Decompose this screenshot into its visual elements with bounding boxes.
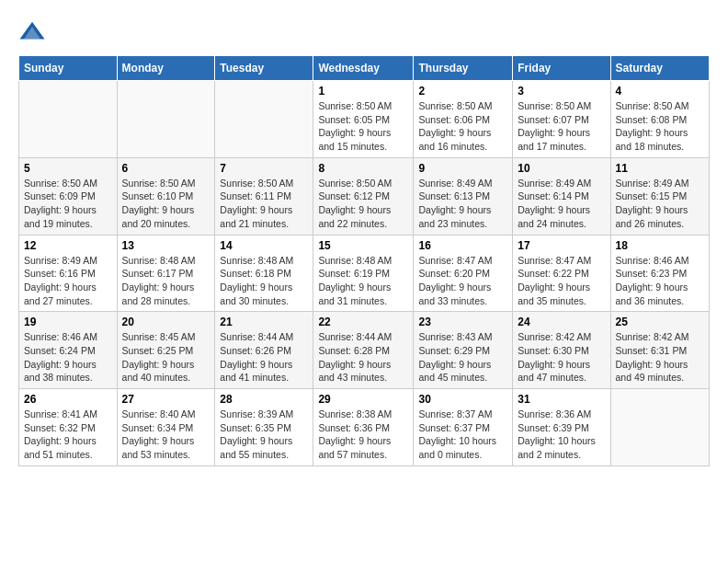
day-info: Sunrise: 8:44 AM Sunset: 6:28 PM Dayligh… [318,330,408,385]
calendar-week-row: 5Sunrise: 8:50 AM Sunset: 6:09 PM Daylig… [19,157,710,235]
day-info: Sunrise: 8:42 AM Sunset: 6:30 PM Dayligh… [518,330,605,385]
day-number: 15 [318,239,408,252]
calendar-cell: 19Sunrise: 8:46 AM Sunset: 6:24 PM Dayli… [19,312,118,389]
day-info: Sunrise: 8:43 AM Sunset: 6:29 PM Dayligh… [418,330,507,385]
calendar-cell: 25Sunrise: 8:42 AM Sunset: 6:31 PM Dayli… [610,312,710,389]
calendar-cell: 29Sunrise: 8:38 AM Sunset: 6:36 PM Dayli… [313,389,414,466]
day-number: 18 [616,239,705,252]
page-header [18,18,710,46]
calendar-cell: 7Sunrise: 8:50 AM Sunset: 6:11 PM Daylig… [215,157,313,235]
day-info: Sunrise: 8:38 AM Sunset: 6:36 PM Dayligh… [318,408,408,462]
day-number: 6 [122,162,210,175]
calendar-cell: 22Sunrise: 8:44 AM Sunset: 6:28 PM Dayli… [313,312,414,389]
calendar-cell [610,389,710,466]
day-info: Sunrise: 8:42 AM Sunset: 6:31 PM Dayligh… [616,330,705,385]
calendar-cell: 5Sunrise: 8:50 AM Sunset: 6:09 PM Daylig… [19,157,118,235]
day-number: 12 [24,239,112,252]
calendar-day-header: Saturday [610,56,710,81]
day-info: Sunrise: 8:46 AM Sunset: 6:23 PM Dayligh… [616,254,705,308]
calendar-day-header: Monday [117,56,215,81]
day-info: Sunrise: 8:49 AM Sunset: 6:15 PM Dayligh… [616,177,705,231]
calendar-cell [215,81,313,158]
calendar-cell: 14Sunrise: 8:48 AM Sunset: 6:18 PM Dayli… [215,235,313,312]
calendar-cell: 13Sunrise: 8:48 AM Sunset: 6:17 PM Dayli… [117,235,215,312]
day-number: 10 [518,162,605,175]
day-number: 5 [24,162,112,175]
calendar-week-row: 1Sunrise: 8:50 AM Sunset: 6:05 PM Daylig… [19,81,710,158]
day-number: 25 [616,316,705,328]
day-info: Sunrise: 8:50 AM Sunset: 6:05 PM Dayligh… [318,99,408,154]
calendar-table: SundayMondayTuesdayWednesdayThursdayFrid… [18,55,710,466]
day-info: Sunrise: 8:49 AM Sunset: 6:16 PM Dayligh… [24,254,112,308]
day-number: 26 [24,393,112,406]
calendar-cell: 23Sunrise: 8:43 AM Sunset: 6:29 PM Dayli… [414,312,513,389]
calendar-cell: 18Sunrise: 8:46 AM Sunset: 6:23 PM Dayli… [610,235,710,312]
day-number: 17 [518,239,605,252]
calendar-cell: 8Sunrise: 8:50 AM Sunset: 6:12 PM Daylig… [313,157,414,235]
calendar-cell: 6Sunrise: 8:50 AM Sunset: 6:10 PM Daylig… [117,157,215,235]
day-info: Sunrise: 8:48 AM Sunset: 6:17 PM Dayligh… [122,254,210,308]
day-info: Sunrise: 8:37 AM Sunset: 6:37 PM Dayligh… [418,408,507,462]
calendar-cell: 10Sunrise: 8:49 AM Sunset: 6:14 PM Dayli… [513,157,610,235]
calendar-cell: 31Sunrise: 8:36 AM Sunset: 6:39 PM Dayli… [513,389,610,466]
calendar-day-header: Sunday [19,56,118,81]
calendar-day-header: Wednesday [313,56,414,81]
day-info: Sunrise: 8:47 AM Sunset: 6:22 PM Dayligh… [518,254,605,308]
day-number: 28 [220,393,308,406]
day-info: Sunrise: 8:50 AM Sunset: 6:06 PM Dayligh… [418,99,507,154]
day-number: 9 [418,162,507,175]
calendar-cell: 3Sunrise: 8:50 AM Sunset: 6:07 PM Daylig… [513,81,610,158]
day-number: 30 [418,393,507,406]
day-info: Sunrise: 8:50 AM Sunset: 6:08 PM Dayligh… [616,99,705,154]
day-number: 11 [616,162,705,175]
day-number: 23 [418,316,507,328]
calendar-cell: 1Sunrise: 8:50 AM Sunset: 6:05 PM Daylig… [313,81,414,158]
day-number: 8 [318,162,408,175]
day-number: 24 [518,316,605,328]
day-info: Sunrise: 8:50 AM Sunset: 6:11 PM Dayligh… [220,177,308,231]
day-info: Sunrise: 8:40 AM Sunset: 6:34 PM Dayligh… [122,408,210,462]
calendar-cell: 28Sunrise: 8:39 AM Sunset: 6:35 PM Dayli… [215,389,313,466]
day-info: Sunrise: 8:44 AM Sunset: 6:26 PM Dayligh… [220,330,308,385]
day-number: 2 [418,85,507,98]
day-info: Sunrise: 8:47 AM Sunset: 6:20 PM Dayligh… [418,254,507,308]
day-number: 22 [318,316,408,328]
day-number: 27 [122,393,210,406]
day-info: Sunrise: 8:50 AM Sunset: 6:10 PM Dayligh… [122,177,210,231]
day-number: 3 [518,85,605,98]
calendar-cell [117,81,215,158]
calendar-cell: 16Sunrise: 8:47 AM Sunset: 6:20 PM Dayli… [414,235,513,312]
day-info: Sunrise: 8:46 AM Sunset: 6:24 PM Dayligh… [24,330,112,385]
day-number: 19 [24,316,112,328]
calendar-week-row: 19Sunrise: 8:46 AM Sunset: 6:24 PM Dayli… [19,312,710,389]
calendar-cell: 21Sunrise: 8:44 AM Sunset: 6:26 PM Dayli… [215,312,313,389]
day-number: 31 [518,393,605,406]
day-number: 1 [318,85,408,98]
day-number: 4 [616,85,705,98]
day-number: 14 [220,239,308,252]
calendar-week-row: 12Sunrise: 8:49 AM Sunset: 6:16 PM Dayli… [19,235,710,312]
day-number: 16 [418,239,507,252]
calendar-cell: 26Sunrise: 8:41 AM Sunset: 6:32 PM Dayli… [19,389,118,466]
calendar-cell: 27Sunrise: 8:40 AM Sunset: 6:34 PM Dayli… [117,389,215,466]
calendar-cell: 4Sunrise: 8:50 AM Sunset: 6:08 PM Daylig… [610,81,710,158]
calendar-cell: 12Sunrise: 8:49 AM Sunset: 6:16 PM Dayli… [19,235,118,312]
calendar-header-row: SundayMondayTuesdayWednesdayThursdayFrid… [19,56,710,81]
calendar-cell: 17Sunrise: 8:47 AM Sunset: 6:22 PM Dayli… [513,235,610,312]
day-number: 20 [122,316,210,328]
calendar-cell: 2Sunrise: 8:50 AM Sunset: 6:06 PM Daylig… [414,81,513,158]
day-info: Sunrise: 8:45 AM Sunset: 6:25 PM Dayligh… [122,330,210,385]
day-info: Sunrise: 8:48 AM Sunset: 6:19 PM Dayligh… [318,254,408,308]
calendar-cell: 9Sunrise: 8:49 AM Sunset: 6:13 PM Daylig… [414,157,513,235]
calendar-day-header: Tuesday [215,56,313,81]
day-info: Sunrise: 8:49 AM Sunset: 6:14 PM Dayligh… [518,177,605,231]
logo-icon [18,18,46,46]
day-info: Sunrise: 8:49 AM Sunset: 6:13 PM Dayligh… [418,177,507,231]
day-info: Sunrise: 8:39 AM Sunset: 6:35 PM Dayligh… [220,408,308,462]
day-number: 7 [220,162,308,175]
calendar-cell: 30Sunrise: 8:37 AM Sunset: 6:37 PM Dayli… [414,389,513,466]
day-info: Sunrise: 8:50 AM Sunset: 6:12 PM Dayligh… [318,177,408,231]
day-number: 21 [220,316,308,328]
calendar-cell: 20Sunrise: 8:45 AM Sunset: 6:25 PM Dayli… [117,312,215,389]
calendar-day-header: Friday [513,56,610,81]
